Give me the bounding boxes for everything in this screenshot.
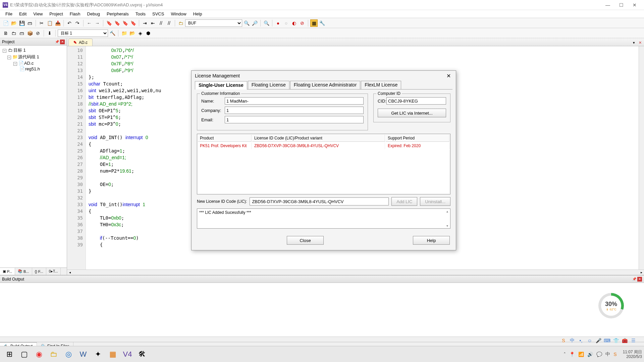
col-support[interactable]: Support Period	[386, 135, 449, 142]
nav-fwd-icon[interactable]: →	[94, 19, 101, 27]
word-icon[interactable]: W	[76, 348, 91, 361]
nav-back-icon[interactable]: ←	[86, 19, 93, 27]
menu-view[interactable]: View	[30, 11, 46, 17]
panel-close-icon[interactable]: ✕	[637, 277, 642, 282]
tab-books[interactable]: 📚B...	[15, 268, 32, 275]
start-button[interactable]: ⊞	[2, 348, 17, 361]
comment-icon[interactable]: //	[157, 19, 165, 27]
tab-single-user[interactable]: Single-User License	[195, 81, 247, 89]
tab-templates[interactable]: 0▸T...	[46, 268, 61, 275]
bookmark-prev-icon[interactable]: 🔖	[113, 19, 121, 27]
copy-icon[interactable]: 📋	[46, 19, 53, 27]
breakpoint-kill-icon[interactable]: ◐	[290, 19, 298, 27]
save-all-icon[interactable]: 🗃	[26, 19, 34, 27]
tab-functions[interactable]: {} F...	[32, 268, 46, 275]
uninstall-button[interactable]: Uninstall...	[420, 197, 450, 206]
pin-icon[interactable]: 📌	[632, 277, 637, 282]
close-button[interactable]: ✕	[628, 1, 641, 9]
tree-file[interactable]: AD.c	[24, 61, 34, 66]
tray-location-icon[interactable]: 📍	[569, 352, 575, 357]
taskbar-clock[interactable]: 11:07 周日 2020/5/3	[623, 350, 642, 359]
tray-sogou-icon[interactable]: S	[613, 352, 616, 357]
find-in-files-icon[interactable]: 🔍	[243, 19, 250, 27]
editor-tab-adc[interactable]: ✎ AD.c	[68, 39, 93, 46]
ime-emoji-icon[interactable]: ☺	[586, 337, 593, 344]
close-button[interactable]: Close	[287, 236, 324, 245]
ime-voice-icon[interactable]: 🎤	[595, 337, 602, 344]
tab-floating-admin[interactable]: Floating License Administrator	[290, 81, 361, 89]
tree-header-file[interactable]: reg51.h	[25, 66, 40, 71]
outdent-icon[interactable]: ⇤	[149, 19, 157, 27]
manage-icon[interactable]: 📁	[120, 29, 128, 37]
uvision-icon[interactable]: V4	[120, 348, 135, 361]
tree-toggle[interactable]: −	[3, 49, 6, 53]
col-product[interactable]: Product	[198, 135, 252, 142]
bookmark-next-icon[interactable]: 🔖	[121, 19, 129, 27]
stop-build-icon[interactable]: ⊘	[34, 29, 42, 37]
download-icon[interactable]: ⬇	[46, 29, 53, 37]
tab-flexlm[interactable]: FlexLM License	[361, 81, 401, 89]
menu-svcs[interactable]: SVCS	[149, 11, 167, 17]
horizontal-scrollbar[interactable]: ◂ ▸	[67, 269, 644, 275]
log-scroll-down-icon[interactable]: ▾	[445, 224, 449, 228]
menu-tools[interactable]: Tools	[132, 11, 149, 17]
scroll-right-icon[interactable]: ▸	[639, 270, 644, 275]
vertical-scrollbar[interactable]	[639, 46, 644, 269]
app-icon-dark[interactable]: ✦	[91, 348, 105, 361]
panel-close-icon[interactable]: ✕	[60, 40, 65, 44]
app-icon-tool[interactable]: 🛠	[135, 348, 150, 361]
company-input[interactable]	[225, 107, 364, 114]
editor-dropdown-icon[interactable]: ▾	[631, 41, 637, 46]
ime-keyboard-icon[interactable]: ⌨	[604, 337, 610, 344]
build-output-body[interactable]: 30% 🌡 62°C	[0, 283, 644, 337]
minimize-button[interactable]: —	[601, 1, 614, 9]
bookmark-clear-icon[interactable]: 🔖	[129, 19, 137, 27]
breakpoint-killall-icon[interactable]: ⊘	[299, 19, 306, 27]
ime-skin-icon[interactable]: 👕	[612, 337, 619, 344]
new-file-icon[interactable]: 📄	[2, 19, 9, 27]
undo-icon[interactable]: ↶	[66, 19, 73, 27]
ime-settings-icon[interactable]: ☰	[630, 337, 637, 344]
manage-rte-icon[interactable]: ⬢	[145, 29, 152, 37]
manage-books-icon[interactable]: ◈	[137, 29, 144, 37]
window-layout-icon[interactable]: ▦	[310, 19, 318, 27]
bookmark-icon[interactable]: 🔖	[105, 19, 113, 27]
scroll-left-icon[interactable]: ◂	[67, 270, 72, 275]
menu-window[interactable]: Window	[167, 11, 190, 17]
project-tree[interactable]: −🗀目标 1 −📁源代码组 1 −📄AD.c 📄reg51.h	[0, 46, 67, 267]
batch-build-icon[interactable]: 📦	[26, 29, 34, 37]
dialog-close-icon[interactable]: ✕	[444, 72, 452, 80]
tree-target[interactable]: 目标 1	[13, 48, 26, 53]
rebuild-icon[interactable]: 🗃	[18, 29, 25, 37]
translate-icon[interactable]: 🗎	[2, 29, 9, 37]
ime-lang-icon[interactable]: 中	[569, 337, 576, 344]
license-table[interactable]: Product License ID Code (LIC)/Product va…	[197, 134, 450, 194]
chrome-icon[interactable]: ◉	[32, 348, 46, 361]
menu-file[interactable]: File	[2, 11, 16, 17]
dialog-titlebar[interactable]: License Management ✕	[192, 71, 456, 81]
get-lic-button[interactable]: Get LIC via Internet...	[378, 109, 446, 117]
tree-toggle[interactable]: −	[13, 62, 17, 66]
find-combo[interactable]: BUF	[185, 19, 242, 27]
menu-help[interactable]: Help	[190, 11, 206, 17]
paste-icon[interactable]: 📥	[54, 19, 61, 27]
task-view-icon[interactable]: ▢	[17, 348, 32, 361]
tray-wifi-icon[interactable]: 📶	[578, 352, 584, 357]
find-icon[interactable]: 🗀	[177, 19, 184, 27]
indent-icon[interactable]: ⇥	[141, 19, 149, 27]
tray-ime-icon[interactable]: 中	[605, 351, 610, 357]
license-row[interactable]: PK51 Prof. Developers Kit ZBD56-D7XVP-39…	[198, 142, 449, 149]
menu-debug[interactable]: Debug	[84, 11, 103, 17]
build-icon[interactable]: 🗀	[10, 29, 17, 37]
ime-punct-icon[interactable]: •,	[578, 337, 584, 344]
col-lic[interactable]: License ID Code (LIC)/Product variant	[252, 135, 385, 142]
breakpoint-disable-icon[interactable]: ○	[282, 19, 290, 27]
help-button[interactable]: Help	[413, 236, 450, 245]
tab-floating[interactable]: Floating License	[248, 81, 289, 89]
menu-edit[interactable]: Edit	[16, 11, 30, 17]
cid-input[interactable]	[386, 97, 446, 105]
build-output-hscroll[interactable]	[0, 337, 644, 342]
explorer-icon[interactable]: 🗀	[46, 348, 61, 361]
log-box[interactable]: *** LIC Added Sucessfully *** ▴ ▾	[197, 208, 450, 229]
ime-toolbox-icon[interactable]: 🧰	[621, 337, 628, 344]
